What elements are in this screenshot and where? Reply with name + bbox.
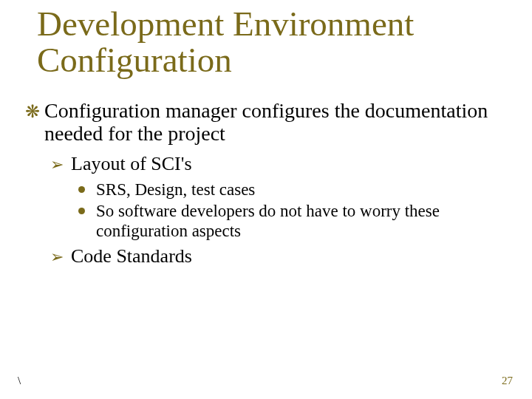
dot-icon — [78, 180, 96, 200]
bullet-text: Code Standards — [71, 245, 192, 267]
bullet-level-1: ❋Configuration manager configures the do… — [25, 99, 505, 146]
arrow-icon: ➢ — [50, 248, 71, 266]
snowflake-icon: ❋ — [25, 102, 44, 122]
arrow-icon: ➢ — [50, 155, 71, 174]
bullet-text: SRS, Design, test cases — [96, 180, 255, 199]
bullet-level-3: So software developers do not have to wo… — [78, 201, 505, 241]
slide-body: ❋Configuration manager configures the do… — [25, 99, 505, 272]
slide: Development Environment Configuration ❋C… — [0, 0, 532, 399]
bullet-level-3: SRS, Design, test cases — [78, 180, 505, 200]
dot-icon — [78, 201, 96, 221]
footer-left-text: \ — [18, 375, 21, 387]
bullet-level-2: ➢Code Standards — [50, 245, 505, 267]
page-number: 27 — [502, 375, 513, 387]
bullet-text: So software developers do not have to wo… — [96, 202, 440, 240]
bullet-level-2: ➢Layout of SCI's — [50, 153, 505, 175]
bullet-text: Layout of SCI's — [71, 153, 192, 174]
bullet-text: Configuration manager configures the doc… — [44, 99, 488, 145]
slide-title: Development Environment Configuration — [37, 6, 510, 79]
